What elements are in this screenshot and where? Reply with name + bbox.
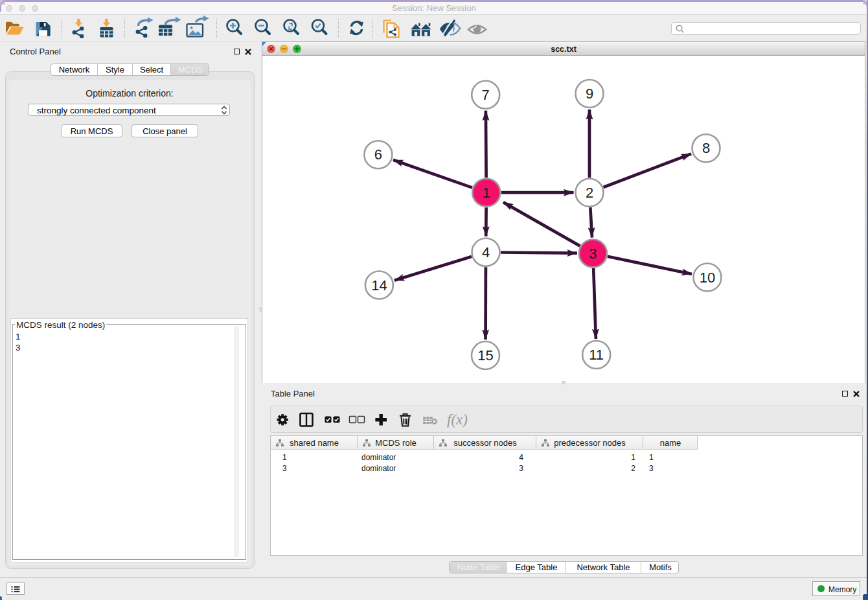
svg-text:15: 15 (477, 347, 493, 363)
svg-text:9: 9 (586, 86, 593, 102)
svg-text:2: 2 (586, 185, 593, 201)
svg-text:4: 4 (482, 244, 490, 260)
svg-text:14: 14 (371, 277, 387, 294)
svg-text:11: 11 (589, 347, 604, 363)
svg-text:6: 6 (374, 146, 382, 163)
svg-text:f(x): f(x) (447, 411, 468, 428)
svg-text:7: 7 (482, 87, 490, 103)
svg-text:10: 10 (700, 270, 715, 286)
svg-text:8: 8 (702, 140, 710, 156)
svg-text:1: 1 (483, 185, 490, 201)
svg-text:3: 3 (589, 246, 597, 262)
